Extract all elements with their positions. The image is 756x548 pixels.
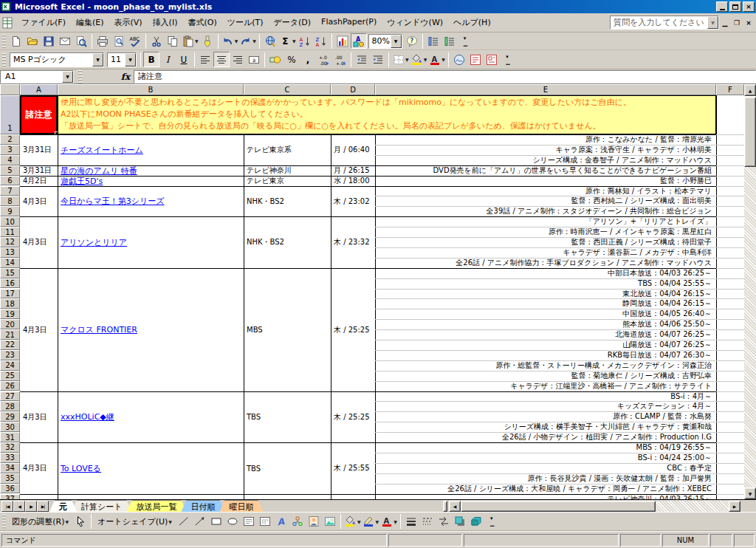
cell-E20[interactable]: 熊本放送：04/06 25:50～: [375, 320, 715, 329]
underline-button[interactable]: U: [176, 52, 192, 67]
cell-D7[interactable]: 木 / 23:02: [331, 187, 374, 217]
cell-E19[interactable]: 中国放送：04/05 26:40～: [375, 309, 715, 319]
cell-E21[interactable]: 北海道放送：04/07 26:25～: [375, 330, 715, 340]
increase-decimal-button[interactable]: +.0.00: [316, 52, 332, 67]
row-header-17[interactable]: 17: [0, 289, 20, 299]
arrow-style-button[interactable]: [436, 514, 452, 530]
new-document-button[interactable]: [8, 33, 24, 49]
cell-C7[interactable]: NHK・BS2: [244, 187, 330, 217]
select-pointer-button[interactable]: [72, 514, 89, 530]
dropdown-arrow-icon[interactable]: ▼: [125, 53, 136, 66]
column-header-D[interactable]: D: [331, 84, 375, 95]
undo-button[interactable]: ▼: [221, 33, 239, 49]
cell-B1-notice[interactable]: 使用に際し変更が不要と思われるところはシートの保護がかかっています。パスワードは…: [58, 95, 716, 134]
insert-hyperlink-button[interactable]: [262, 33, 278, 49]
draw-adjust-menu[interactable]: 図形の調整(R)▼: [8, 514, 72, 529]
drawing-button[interactable]: A: [351, 33, 367, 49]
toolbar-grip[interactable]: [2, 515, 6, 528]
sheet-tab-曜日順[interactable]: 曜日順: [220, 500, 264, 512]
save-button[interactable]: [41, 33, 57, 49]
row-header-18[interactable]: 18: [0, 298, 20, 309]
toolbar-options-button[interactable]: ▾▁: [500, 52, 516, 67]
cell-D15[interactable]: 木 / 25:25: [331, 269, 374, 391]
row-header-26[interactable]: 26: [0, 381, 20, 391]
cell-D6[interactable]: 水 / 18:00: [331, 177, 374, 186]
vertical-scrollbar-track[interactable]: [744, 167, 756, 487]
help-button[interactable]: ?: [404, 33, 420, 49]
row-header-23[interactable]: 23: [0, 350, 20, 360]
cell-E14[interactable]: 全26話 / アニメ制作協力：手塚プロダクション / アニメ制作：マッドハウス: [375, 258, 715, 268]
row-header-19[interactable]: 19: [0, 309, 20, 319]
comma-button[interactable]: ,: [300, 52, 316, 67]
search-button[interactable]: [73, 33, 89, 49]
program-title-link[interactable]: チーズスイートホーム: [61, 145, 143, 156]
sort-ascending-button[interactable]: AZ: [297, 33, 313, 49]
line-style-button[interactable]: [403, 514, 419, 530]
cell-B27[interactable]: xxxHOLiC◆継: [58, 392, 243, 443]
dropdown-arrow-icon[interactable]: ▼: [92, 53, 103, 66]
cell-B7[interactable]: 今日からマ王！第3シリーズ: [58, 187, 243, 217]
cell-E28[interactable]: キッズステーション：4月～: [375, 402, 715, 411]
dropdown-arrow-icon[interactable]: ▼: [62, 71, 73, 83]
row-header-9[interactable]: 9: [0, 206, 20, 216]
cell-E15[interactable]: 中部日本放送：04/03 26:25～: [375, 269, 715, 278]
row-header-15[interactable]: 15: [0, 268, 20, 278]
row-header-6[interactable]: 6: [0, 176, 20, 186]
align-left-button[interactable]: [197, 52, 213, 67]
cell-E4[interactable]: シリーズ構成：金春智子 / アニメ制作：マッドハウス: [375, 156, 715, 165]
row-header-22[interactable]: 22: [0, 340, 20, 350]
cell-E5[interactable]: DVD発売を前に「アムリ」の世界をいち早く知ることができるナビゲーション番組: [375, 166, 715, 176]
cell-E16[interactable]: TBS：04/04 25:55～: [375, 279, 715, 289]
tab-split-handle[interactable]: [443, 501, 447, 512]
phonetic-edit-button[interactable]: [484, 52, 500, 67]
cell-E8[interactable]: 監督：西村純二 / シリーズ構成：面出明美: [375, 196, 715, 206]
cell-D10[interactable]: 木 / 23:32: [331, 217, 374, 268]
sheet-tab-元[interactable]: 元: [49, 500, 77, 512]
menu-item[interactable]: ツール(T): [222, 15, 269, 30]
close-button[interactable]: ×: [743, 1, 755, 12]
menu-item[interactable]: ヘルプ(H): [448, 15, 496, 30]
borders-button[interactable]: ▼: [391, 52, 410, 67]
dash-style-button[interactable]: [419, 514, 436, 530]
program-title-link[interactable]: To LOVEる: [61, 463, 101, 474]
cell-B6[interactable]: 遊戯王5D's: [58, 177, 243, 186]
cell-C15[interactable]: MBS: [244, 269, 330, 391]
row-header-5[interactable]: 5: [0, 165, 20, 176]
vertical-text-box-button[interactable]: [257, 514, 273, 530]
line-button[interactable]: [176, 514, 192, 530]
row-header-21[interactable]: 21: [0, 329, 20, 340]
text-box-button[interactable]: [241, 514, 257, 530]
dropdown-arrow-icon[interactable]: ▼: [235, 38, 238, 44]
scroll-up-button[interactable]: ▲: [744, 84, 756, 96]
toolbar-grip[interactable]: [2, 53, 6, 66]
row-header-16[interactable]: 16: [0, 278, 20, 289]
view-camera-button[interactable]: [451, 52, 467, 67]
merge-center-button[interactable]: a: [246, 52, 262, 67]
menu-item[interactable]: ファイル(F): [16, 15, 71, 30]
font-size-combobox[interactable]: 11▼: [107, 52, 137, 67]
cell-E33[interactable]: BS-i：04/24 25:00～: [375, 453, 715, 463]
program-title-link[interactable]: 星の海のアムリ 特番: [61, 166, 137, 176]
cell-B5[interactable]: 星の海のアムリ 特番: [58, 166, 243, 176]
open-folder-button[interactable]: [24, 33, 41, 49]
list-green-button[interactable]: [441, 33, 458, 49]
cell-E27[interactable]: BS-i：4月～: [375, 392, 715, 402]
workbook-close-button[interactable]: ×: [743, 17, 755, 28]
increase-indent-button[interactable]: [370, 52, 386, 67]
arrow-button[interactable]: [192, 514, 208, 530]
clip-art-button[interactable]: [306, 514, 322, 530]
cell-C6[interactable]: テレビ東京: [244, 177, 330, 186]
percent-button[interactable]: %: [284, 52, 300, 67]
cell-C32[interactable]: TBS: [244, 443, 330, 494]
toolbar-options-button[interactable]: ▾▁: [484, 514, 501, 530]
dropdown-arrow-icon[interactable]: ▼: [391, 35, 402, 48]
threed-style-button[interactable]: [468, 514, 484, 530]
row-header-29[interactable]: 29: [0, 411, 20, 422]
autosum-button[interactable]: Σ▼: [278, 33, 297, 49]
cell-D2[interactable]: 月 / 06:40: [331, 135, 374, 165]
cell-C27[interactable]: TBS: [244, 392, 330, 443]
program-title-link[interactable]: 遊戯王5D's: [61, 177, 103, 186]
column-header-A[interactable]: A: [20, 84, 58, 95]
font-color-button[interactable]: A▼: [427, 52, 446, 67]
cell-E12[interactable]: 監督：西田正義 / シリーズ構成：待田堂子: [375, 238, 715, 247]
